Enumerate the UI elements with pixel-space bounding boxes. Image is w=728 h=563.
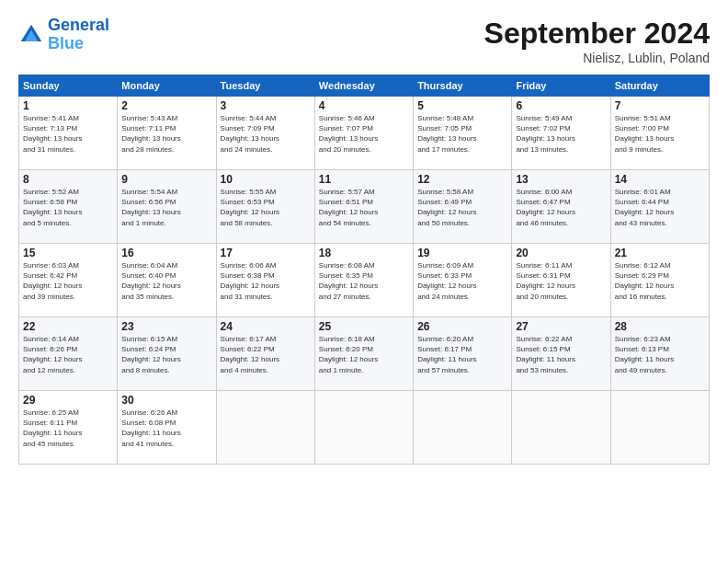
day-info: Sunrise: 6:23 AM Sunset: 6:13 PM Dayligh… bbox=[615, 334, 705, 375]
calendar-cell: 8Sunrise: 5:52 AM Sunset: 6:58 PM Daylig… bbox=[19, 170, 118, 244]
day-number: 29 bbox=[23, 394, 113, 407]
calendar-week-row: 29Sunrise: 6:25 AM Sunset: 6:11 PM Dayli… bbox=[19, 391, 710, 465]
day-number: 26 bbox=[417, 320, 507, 333]
weekday-header: Friday bbox=[512, 75, 610, 97]
calendar-header-row: SundayMondayTuesdayWednesdayThursdayFrid… bbox=[19, 75, 710, 97]
page: GeneralBlue September 2024 Nielisz, Lubl… bbox=[0, 0, 728, 563]
weekday-header: Thursday bbox=[414, 75, 512, 97]
day-number: 24 bbox=[221, 320, 311, 333]
calendar-cell bbox=[216, 391, 314, 465]
calendar-cell bbox=[414, 391, 512, 465]
day-info: Sunrise: 6:08 AM Sunset: 6:35 PM Dayligh… bbox=[319, 260, 409, 302]
day-info: Sunrise: 5:41 AM Sunset: 7:13 PM Dayligh… bbox=[23, 113, 113, 155]
day-number: 19 bbox=[417, 247, 507, 259]
day-number: 12 bbox=[417, 173, 507, 186]
calendar-cell: 5Sunrise: 5:48 AM Sunset: 7:05 PM Daylig… bbox=[414, 97, 512, 170]
day-info: Sunrise: 6:25 AM Sunset: 6:11 PM Dayligh… bbox=[23, 408, 113, 449]
day-number: 7 bbox=[615, 99, 705, 112]
calendar-cell: 16Sunrise: 6:04 AM Sunset: 6:40 PM Dayli… bbox=[118, 244, 216, 317]
day-info: Sunrise: 6:01 AM Sunset: 6:44 PM Dayligh… bbox=[615, 187, 705, 228]
day-number: 13 bbox=[516, 173, 606, 186]
calendar-cell: 21Sunrise: 6:12 AM Sunset: 6:29 PM Dayli… bbox=[610, 244, 709, 317]
calendar-cell: 11Sunrise: 5:57 AM Sunset: 6:51 PM Dayli… bbox=[314, 170, 413, 244]
day-info: Sunrise: 5:43 AM Sunset: 7:11 PM Dayligh… bbox=[121, 113, 211, 155]
calendar-cell: 17Sunrise: 6:06 AM Sunset: 6:38 PM Dayli… bbox=[216, 244, 314, 317]
calendar-week-row: 8Sunrise: 5:52 AM Sunset: 6:58 PM Daylig… bbox=[19, 170, 710, 244]
calendar-cell: 1Sunrise: 5:41 AM Sunset: 7:13 PM Daylig… bbox=[19, 97, 118, 170]
day-info: Sunrise: 6:26 AM Sunset: 6:08 PM Dayligh… bbox=[121, 408, 211, 449]
calendar-cell: 13Sunrise: 6:00 AM Sunset: 6:47 PM Dayli… bbox=[512, 170, 610, 244]
calendar-cell: 27Sunrise: 6:22 AM Sunset: 6:15 PM Dayli… bbox=[512, 317, 610, 391]
logo-text: GeneralBlue bbox=[48, 17, 109, 53]
day-number: 23 bbox=[121, 320, 211, 333]
day-info: Sunrise: 6:18 AM Sunset: 6:20 PM Dayligh… bbox=[319, 334, 409, 375]
day-info: Sunrise: 6:12 AM Sunset: 6:29 PM Dayligh… bbox=[615, 260, 705, 302]
day-number: 22 bbox=[23, 320, 113, 333]
day-info: Sunrise: 6:11 AM Sunset: 6:31 PM Dayligh… bbox=[516, 260, 606, 302]
day-number: 11 bbox=[319, 173, 409, 186]
day-number: 17 bbox=[221, 247, 311, 259]
calendar-cell: 2Sunrise: 5:43 AM Sunset: 7:11 PM Daylig… bbox=[118, 97, 216, 170]
day-info: Sunrise: 5:55 AM Sunset: 6:53 PM Dayligh… bbox=[221, 187, 311, 228]
calendar-cell: 25Sunrise: 6:18 AM Sunset: 6:20 PM Dayli… bbox=[314, 317, 413, 391]
calendar-cell: 4Sunrise: 5:46 AM Sunset: 7:07 PM Daylig… bbox=[314, 97, 413, 170]
location: Nielisz, Lublin, Poland bbox=[484, 51, 710, 65]
day-number: 15 bbox=[23, 247, 113, 259]
calendar-cell: 18Sunrise: 6:08 AM Sunset: 6:35 PM Dayli… bbox=[314, 244, 413, 317]
month-title: September 2024 bbox=[484, 17, 710, 51]
day-info: Sunrise: 5:48 AM Sunset: 7:05 PM Dayligh… bbox=[417, 113, 507, 155]
day-number: 25 bbox=[319, 320, 409, 333]
calendar-cell: 30Sunrise: 6:26 AM Sunset: 6:08 PM Dayli… bbox=[118, 391, 216, 465]
calendar-cell: 26Sunrise: 6:20 AM Sunset: 6:17 PM Dayli… bbox=[414, 317, 512, 391]
calendar-cell: 14Sunrise: 6:01 AM Sunset: 6:44 PM Dayli… bbox=[610, 170, 709, 244]
weekday-header: Tuesday bbox=[216, 75, 314, 97]
day-info: Sunrise: 6:17 AM Sunset: 6:22 PM Dayligh… bbox=[221, 334, 311, 375]
title-block: September 2024 Nielisz, Lublin, Poland bbox=[484, 17, 710, 65]
calendar-cell: 19Sunrise: 6:09 AM Sunset: 6:33 PM Dayli… bbox=[414, 244, 512, 317]
day-number: 21 bbox=[615, 247, 705, 259]
calendar-cell: 9Sunrise: 5:54 AM Sunset: 6:56 PM Daylig… bbox=[118, 170, 216, 244]
day-info: Sunrise: 5:51 AM Sunset: 7:00 PM Dayligh… bbox=[615, 113, 705, 155]
day-number: 14 bbox=[615, 173, 705, 186]
day-number: 3 bbox=[221, 99, 311, 112]
day-number: 27 bbox=[516, 320, 606, 333]
day-info: Sunrise: 5:57 AM Sunset: 6:51 PM Dayligh… bbox=[319, 187, 409, 228]
day-number: 1 bbox=[23, 99, 113, 112]
day-info: Sunrise: 6:09 AM Sunset: 6:33 PM Dayligh… bbox=[417, 260, 507, 302]
calendar-cell: 15Sunrise: 6:03 AM Sunset: 6:42 PM Dayli… bbox=[19, 244, 118, 317]
calendar-cell: 29Sunrise: 6:25 AM Sunset: 6:11 PM Dayli… bbox=[19, 391, 118, 465]
day-info: Sunrise: 5:46 AM Sunset: 7:07 PM Dayligh… bbox=[319, 113, 409, 155]
logo: GeneralBlue bbox=[18, 17, 109, 53]
day-number: 2 bbox=[121, 99, 211, 112]
calendar-cell: 10Sunrise: 5:55 AM Sunset: 6:53 PM Dayli… bbox=[216, 170, 314, 244]
day-number: 5 bbox=[417, 99, 507, 112]
day-info: Sunrise: 6:20 AM Sunset: 6:17 PM Dayligh… bbox=[417, 334, 507, 375]
day-info: Sunrise: 6:04 AM Sunset: 6:40 PM Dayligh… bbox=[121, 260, 211, 302]
calendar-cell: 3Sunrise: 5:44 AM Sunset: 7:09 PM Daylig… bbox=[216, 97, 314, 170]
weekday-header: Monday bbox=[118, 75, 216, 97]
calendar-week-row: 15Sunrise: 6:03 AM Sunset: 6:42 PM Dayli… bbox=[19, 244, 710, 317]
calendar-cell: 28Sunrise: 6:23 AM Sunset: 6:13 PM Dayli… bbox=[610, 317, 709, 391]
day-number: 18 bbox=[319, 247, 409, 259]
day-info: Sunrise: 6:22 AM Sunset: 6:15 PM Dayligh… bbox=[516, 334, 606, 375]
calendar-cell: 6Sunrise: 5:49 AM Sunset: 7:02 PM Daylig… bbox=[512, 97, 610, 170]
day-info: Sunrise: 6:00 AM Sunset: 6:47 PM Dayligh… bbox=[516, 187, 606, 228]
calendar-cell: 20Sunrise: 6:11 AM Sunset: 6:31 PM Dayli… bbox=[512, 244, 610, 317]
calendar-cell: 22Sunrise: 6:14 AM Sunset: 6:26 PM Dayli… bbox=[19, 317, 118, 391]
calendar-cell bbox=[314, 391, 413, 465]
calendar-cell: 12Sunrise: 5:58 AM Sunset: 6:49 PM Dayli… bbox=[414, 170, 512, 244]
day-info: Sunrise: 6:14 AM Sunset: 6:26 PM Dayligh… bbox=[23, 334, 113, 375]
calendar: SundayMondayTuesdayWednesdayThursdayFrid… bbox=[18, 75, 710, 465]
day-info: Sunrise: 6:15 AM Sunset: 6:24 PM Dayligh… bbox=[121, 334, 211, 375]
calendar-week-row: 22Sunrise: 6:14 AM Sunset: 6:26 PM Dayli… bbox=[19, 317, 710, 391]
day-number: 6 bbox=[516, 99, 606, 112]
weekday-header: Saturday bbox=[610, 75, 709, 97]
calendar-cell bbox=[610, 391, 709, 465]
day-info: Sunrise: 5:52 AM Sunset: 6:58 PM Dayligh… bbox=[23, 187, 113, 228]
day-number: 9 bbox=[121, 173, 211, 186]
day-info: Sunrise: 5:49 AM Sunset: 7:02 PM Dayligh… bbox=[516, 113, 606, 155]
calendar-week-row: 1Sunrise: 5:41 AM Sunset: 7:13 PM Daylig… bbox=[19, 97, 710, 170]
logo-icon bbox=[18, 22, 44, 48]
day-number: 8 bbox=[23, 173, 113, 186]
day-number: 10 bbox=[221, 173, 311, 186]
